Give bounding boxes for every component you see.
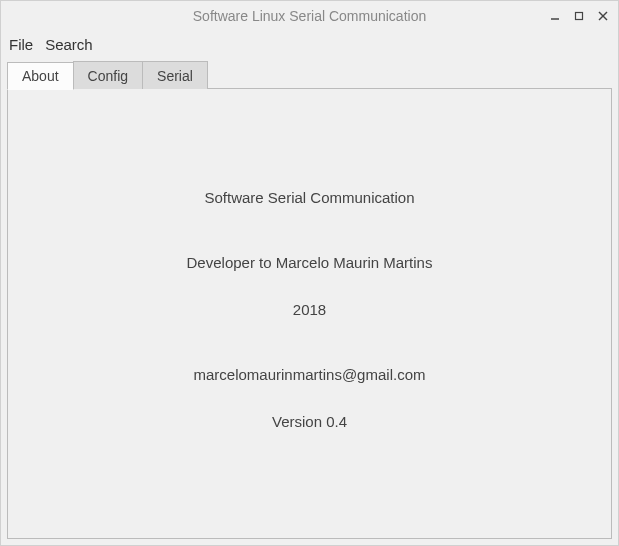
about-developer: Developer to Marcelo Maurin Martins xyxy=(187,254,433,271)
titlebar: Software Linux Serial Communication xyxy=(1,1,618,31)
about-content: Software Serial Communication Developer … xyxy=(8,89,611,430)
about-version: Version 0.4 xyxy=(272,413,347,430)
maximize-button[interactable] xyxy=(572,9,586,23)
window-title: Software Linux Serial Communication xyxy=(193,8,426,24)
tab-strip: About Config Serial xyxy=(7,61,612,89)
menubar: File Search xyxy=(1,31,618,57)
menu-search[interactable]: Search xyxy=(45,36,93,53)
tab-about[interactable]: About xyxy=(7,62,74,90)
about-title: Software Serial Communication xyxy=(204,189,414,206)
svg-rect-1 xyxy=(576,13,583,20)
tab-panel-about: Software Serial Communication Developer … xyxy=(7,88,612,539)
about-year: 2018 xyxy=(293,301,326,318)
app-window: Software Linux Serial Communication File… xyxy=(0,0,619,546)
close-button[interactable] xyxy=(596,9,610,23)
menu-file[interactable]: File xyxy=(9,36,33,53)
tab-config[interactable]: Config xyxy=(73,61,143,89)
window-controls xyxy=(548,1,610,31)
about-email: marcelomaurinmartins@gmail.com xyxy=(194,366,426,383)
tabs-container: About Config Serial Software Serial Comm… xyxy=(1,57,618,545)
minimize-button[interactable] xyxy=(548,9,562,23)
tab-serial[interactable]: Serial xyxy=(142,61,208,89)
